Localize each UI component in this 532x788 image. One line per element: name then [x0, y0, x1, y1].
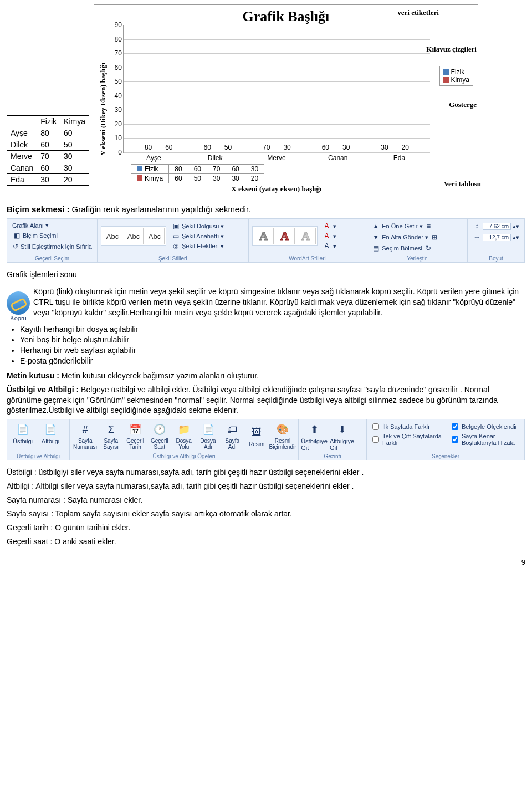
secim-bolmesi-button[interactable]: ▤Seçim Bölmesi ↻: [370, 243, 464, 253]
hf-item-3[interactable]: 🕐Geçerli Saat: [149, 422, 170, 450]
altbilgiye-git-button[interactable]: ⬇Altbilgiye Git: [330, 422, 354, 451]
def-sayfa-num: Sayfa numarası : Sayfa numarası ekler.: [7, 495, 525, 505]
grafik-alani-dropdown[interactable]: Grafik Alanı ▾: [11, 221, 94, 229]
def-saat: Geçerli saat : O anki saati ekler.: [7, 536, 525, 547]
belgeyle-olceklendir-checkbox[interactable]: Belgeyle Ölçeklendir: [449, 422, 521, 432]
chart-legend: Fizik Kimya: [439, 66, 473, 86]
hf-item-2[interactable]: 📅Geçerli Tarih: [125, 422, 146, 450]
hf-item-0[interactable]: #Sayfa Numarası: [73, 422, 97, 450]
bar-chart: veri etiketleri Kılavuz çizgileri Göster…: [94, 4, 478, 197]
chart-data-table: Fizik8060706030Kimya6050303020: [131, 164, 264, 183]
shape-style-gallery[interactable]: AbcAbcAbc: [101, 226, 166, 246]
width-input[interactable]: ↔12,7 cm ▴▾: [471, 232, 521, 242]
y-axis-label: Y ekseni (Dikey Eksen) başlığı: [98, 25, 109, 193]
en-one-getir-button[interactable]: ▲En Öne Getir ▾ ≡: [370, 221, 464, 231]
annot-veri-etiketleri: veri etiketleri: [397, 8, 439, 17]
hf-item-6[interactable]: 🏷Sayfa Adı: [222, 422, 243, 450]
ilk-sayfada-farkli-checkbox[interactable]: İlk Sayfada Farklı: [370, 422, 442, 432]
hf-item-1[interactable]: ΣSayfa Sayısı: [100, 422, 121, 450]
tek-cift-farkli-checkbox[interactable]: Tek ve Çift Sayfalarda Farklı: [370, 433, 442, 446]
hf-item-8[interactable]: 🎨Resmi Biçimlendir: [270, 422, 295, 450]
sayfa-kenar-hizala-checkbox[interactable]: Sayfa Kenar Boşluklarıyla Hizala: [449, 433, 521, 446]
en-alta-gonder-button[interactable]: ▼En Alta Gönder ▾ ⊞: [370, 232, 464, 242]
kopru-list: Kayıtlı herhangi bir dosya açılabilir Ye…: [20, 325, 525, 365]
text-effects-button[interactable]: A▾: [321, 241, 338, 251]
kopru-icon: [7, 291, 30, 315]
hf-item-7[interactable]: 🖼Resim: [246, 425, 267, 447]
ustbilgi-altbilgi-text: Üstbilgi ve Altbilgi : Belgeye üstbilgi …: [7, 385, 525, 416]
height-input[interactable]: ↕7,62 cm ▴▾: [471, 221, 521, 231]
text-fill-button[interactable]: A▾: [321, 221, 338, 231]
sekil-anahatti-button[interactable]: ▭Şekil Anahattı ▾: [170, 231, 226, 241]
metin-kutusu-text: Metin kutusu : Metin kutusu ekleyerek ba…: [7, 371, 525, 381]
wordart-gallery[interactable]: A A A: [252, 226, 318, 246]
sekil-efektleri-button[interactable]: ◎Şekil Efektleri ▾: [170, 241, 226, 251]
grafik-islemleri-sonu: Grafik işlemleri sonu: [7, 269, 525, 280]
bicim-secimi-button[interactable]: ◧Biçim Seçimi: [11, 231, 94, 241]
ustbilgi-button[interactable]: 📄Üstbilgi: [11, 422, 35, 444]
source-data-table: FizikKimya Ayşe8060 Dilek6050 Merve7030 …: [7, 115, 89, 186]
def-ustbilgi: Üstbilgi : üstbilgiyi siler veya sayfa n…: [7, 467, 525, 478]
page-number: 9: [7, 558, 525, 566]
hf-item-5[interactable]: 📄Dosya Adı: [198, 422, 219, 450]
x-axis-label: X ekseni (yatay eksen) başlığı: [123, 183, 430, 193]
kopru-text: Köprü (link) oluşturmak için metin veya …: [33, 286, 525, 318]
ustbilgiye-git-button[interactable]: ⬆Üstbilgiye Git: [302, 422, 326, 451]
altbilgi-button[interactable]: 📄Altbilgi: [38, 422, 63, 444]
kopru-label: Köprü: [7, 315, 30, 321]
sekil-dolgusu-button[interactable]: ▣Şekil Dolgusu ▾: [170, 221, 226, 231]
text-outline-button[interactable]: A▾: [321, 231, 338, 241]
def-tarih: Geçerli tarih : O günün tarihini ekler.: [7, 523, 525, 533]
def-altbilgi: Altbilgi : Altbilgi siler veya sayfa num…: [7, 481, 525, 492]
stil-sifirla-button[interactable]: ↺Stili Eşleştirmek için Sıfırla: [11, 242, 94, 252]
format-ribbon: Grafik Alanı ▾ ◧Biçim Seçimi ↺Stili Eşle…: [7, 218, 525, 263]
bicim-heading: Biçim sekmesi : Biçim sekmesi : Grafiğin…: [7, 204, 525, 215]
def-sayfa-say: Sayfa sayısı : Toplam sayfa sayısını ekl…: [7, 509, 525, 519]
hf-item-4[interactable]: 📁Dosya Yolu: [173, 422, 195, 450]
header-footer-ribbon: 📄Üstbilgi 📄Altbilgi Üstbilgi ve Altbilgi…: [7, 419, 525, 460]
